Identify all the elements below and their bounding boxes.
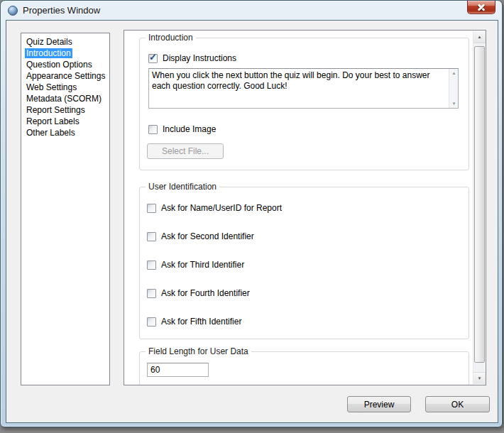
field-length-group: Field Length for User Data <box>139 351 469 385</box>
display-instructions-row: ✓ Display Instructions <box>148 53 236 64</box>
display-instructions-label: Display Instructions <box>163 53 236 63</box>
identifier-checkbox-label: Ask for Second Identifier <box>161 231 254 241</box>
sidebar-item-label: Report Settings <box>25 105 87 115</box>
close-icon <box>477 3 486 11</box>
display-instructions-checkbox[interactable]: ✓ <box>148 54 158 63</box>
sidebar-item[interactable]: Web Settings <box>21 82 109 93</box>
sidebar-item[interactable]: Other Labels <box>21 127 109 138</box>
identifier-checkbox-label: Ask for Name/UserID for Report <box>161 203 282 213</box>
sidebar-item[interactable]: Report Settings <box>21 104 109 116</box>
identifier-checkbox[interactable]: ✓ <box>147 204 156 213</box>
include-image-row: ✓ Include Image <box>148 124 216 135</box>
scroll-down-icon: ▼ <box>473 373 486 385</box>
panel-scrollbar[interactable]: ▲ ▼ <box>473 31 485 384</box>
scroll-down-button[interactable]: ▼ <box>473 372 486 384</box>
scroll-up-button[interactable]: ▲ <box>473 31 486 43</box>
sidebar-item-label: Introduction <box>25 48 72 58</box>
user-identification-group: User Identification ✓ Ask for Name/UserI… <box>139 187 469 339</box>
identifier-checkbox-row: ✓ Ask for Fourth Identifier <box>147 287 469 299</box>
scroll-up-icon[interactable]: ▲ <box>449 71 459 75</box>
identifier-checkbox-row: ✓ Ask for Second Identifier <box>147 231 469 242</box>
sidebar-item-label: Report Labels <box>25 116 81 126</box>
sidebar-item[interactable]: Metadata (SCORM) <box>21 93 109 104</box>
scroll-up-icon: ▲ <box>473 31 486 43</box>
ok-button[interactable]: OK <box>425 396 490 412</box>
textarea-scrollbar[interactable]: ▲ ▼ <box>449 69 458 108</box>
check-icon: ✓ <box>149 53 157 62</box>
identifier-checkbox-label: Ask for Fifth Identifier <box>161 317 241 327</box>
sidebar-item[interactable]: Question Options <box>21 59 109 70</box>
main-panel: Introduction ✓ Display Instructions When… <box>124 30 486 385</box>
identifier-checkbox[interactable]: ✓ <box>147 232 156 241</box>
identifier-checkbox[interactable]: ✓ <box>147 289 156 298</box>
properties-window: Properties Window Quiz Details Introduct… <box>0 0 503 427</box>
sidebar-item-label: Other Labels <box>25 128 77 138</box>
sidebar-item[interactable]: Report Labels <box>21 116 109 127</box>
sidebar-item-label: Quiz Details <box>25 37 74 47</box>
introduction-group-title: Introduction <box>146 33 196 43</box>
titlebar[interactable]: Properties Window <box>1 1 502 20</box>
field-length-group-title: Field Length for User Data <box>146 346 251 356</box>
sidebar-item-label: Appearance Settings <box>25 71 106 81</box>
identifier-checkbox-label: Ask for Third Identifier <box>161 260 244 270</box>
select-file-button[interactable]: Select File... <box>147 143 224 159</box>
sidebar-list: Quiz Details Introduction Question Optio… <box>21 33 110 385</box>
identifier-checkbox-row: ✓ Ask for Third Identifier <box>147 259 469 270</box>
user-identification-group-title: User Identification <box>146 182 219 192</box>
preview-button[interactable]: Preview <box>347 396 411 412</box>
sidebar-item[interactable]: Appearance Settings <box>21 70 109 82</box>
window-title: Properties Window <box>23 5 100 16</box>
identifier-checkbox-row: ✓ Ask for Fifth Identifier <box>147 316 469 327</box>
scroll-down-icon[interactable]: ▼ <box>449 102 459 106</box>
sidebar-item-label: Web Settings <box>25 82 78 92</box>
globe-icon <box>8 6 18 16</box>
scrollbar-thumb[interactable] <box>474 46 485 363</box>
field-length-input[interactable] <box>147 363 209 377</box>
identifier-checkbox[interactable]: ✓ <box>147 261 156 270</box>
include-image-checkbox[interactable]: ✓ <box>148 125 158 134</box>
identifier-checkbox-label: Ask for Fourth Identifier <box>161 288 250 298</box>
identifier-checkbox-row: ✓ Ask for Name/UserID for Report <box>147 202 469 214</box>
identifier-checkbox[interactable]: ✓ <box>147 317 156 327</box>
sidebar-item-label: Question Options <box>25 60 94 70</box>
include-image-label: Include Image <box>163 124 216 134</box>
dialog-body: Quiz Details Introduction Question Optio… <box>6 20 498 423</box>
sidebar-item[interactable]: Introduction <box>21 48 109 59</box>
introduction-group: Introduction ✓ Display Instructions When… <box>139 38 469 170</box>
sidebar-item-label: Metadata (SCORM) <box>25 94 103 104</box>
close-button[interactable] <box>467 1 495 14</box>
instructions-text: When you click the next button the quiz … <box>149 69 448 93</box>
sidebar-item[interactable]: Quiz Details <box>21 36 109 48</box>
instructions-textarea[interactable]: When you click the next button the quiz … <box>148 68 459 109</box>
